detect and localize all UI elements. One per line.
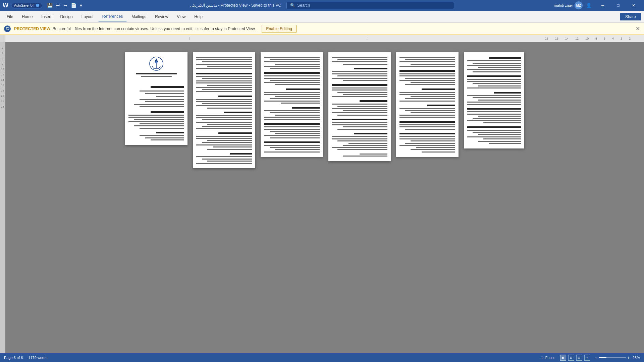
view-print-icon[interactable]: ▣: [560, 355, 566, 361]
document-page-3: [261, 52, 323, 157]
zoom-in-button[interactable]: +: [627, 355, 630, 360]
autosave-label: AutoSave: [14, 4, 29, 7]
status-right: ⊡ Focus ▣ ⊞ ▤ ≡ − + 28%: [540, 355, 640, 361]
close-button[interactable]: ✕: [626, 0, 641, 11]
search-input[interactable]: [297, 3, 450, 8]
document-page-4: [328, 52, 391, 161]
ruler-row: 18 16 14 12 10 8 6 4 2 2: [0, 35, 644, 42]
more-icon[interactable]: ▾: [80, 3, 82, 8]
zoom-controls: − + 28%: [595, 355, 640, 360]
ruler-scale: [5, 37, 545, 40]
document-page-2: [193, 52, 255, 168]
protected-close-button[interactable]: ✕: [636, 25, 640, 32]
minimize-button[interactable]: ─: [595, 0, 610, 11]
autosave-state: Off: [30, 4, 34, 7]
autosave-toggle[interactable]: AutoSave Off: [11, 3, 42, 8]
svg-line-5: [152, 66, 154, 68]
tab-references[interactable]: References: [98, 12, 127, 21]
left-margin-ruler: 2 4 6 8 10 12 14 16 18 20 22 24: [0, 42, 5, 353]
maximize-button[interactable]: □: [610, 0, 626, 11]
page1-content: [125, 81, 187, 145]
pages-area: [5, 42, 644, 353]
focus-label[interactable]: ⊡ Focus: [540, 356, 555, 360]
status-bar: Page 6 of 6 1179 words ⊡ Focus ▣ ⊞ ▤ ≡ −…: [0, 353, 644, 362]
redo-icon[interactable]: ↪: [63, 3, 67, 8]
view-icons: ▣ ⊞ ▤ ≡: [560, 355, 590, 361]
search-icon: 🔍: [290, 3, 295, 8]
document-page-1: [125, 52, 187, 145]
title-center: ماشین الکتریکی - Protected View - Saved …: [162, 2, 482, 9]
save-icon[interactable]: 💾: [47, 3, 53, 8]
page5-content: [396, 52, 459, 157]
view-outline-icon[interactable]: ≡: [584, 355, 590, 361]
svg-line-6: [159, 66, 160, 68]
tab-layout[interactable]: Layout: [77, 12, 98, 21]
protected-view-bar: 🛡 PROTECTED VIEW Be careful—files from t…: [0, 23, 644, 35]
tab-help[interactable]: Help: [190, 12, 207, 21]
autosave-dot: [36, 4, 39, 7]
zoom-slider[interactable]: [599, 357, 626, 358]
ruler-corner: [0, 35, 5, 42]
main-content-area: 2 4 6 8 10 12 14 16 18 20 22 24: [0, 42, 644, 353]
doc-title: ماشین الکتریکی - Protected View - Saved …: [190, 3, 281, 8]
page-info: Page 6 of 6: [4, 356, 23, 360]
zoom-out-button[interactable]: −: [595, 355, 598, 360]
title-right: mahdi ziaei MZ 👤 ─ □ ✕: [482, 0, 641, 11]
user-avatar[interactable]: MZ: [575, 1, 583, 9]
profile-icon[interactable]: 👤: [586, 3, 592, 8]
focus-icon: ⊡: [540, 356, 543, 360]
app-container: W AutoSave Off 💾 ↩ ↪ 📄 ▾ ماشین الکتریکی …: [0, 0, 644, 362]
protected-label: PROTECTED VIEW Be careful—files from the…: [14, 26, 256, 31]
tab-view[interactable]: View: [173, 12, 190, 21]
title-bar-left: W AutoSave Off 💾 ↩ ↪ 📄 ▾: [3, 2, 162, 9]
file-icon[interactable]: 📄: [71, 3, 76, 8]
enable-editing-button[interactable]: Enable Editing: [262, 25, 296, 33]
tab-review[interactable]: Review: [151, 12, 172, 21]
tab-home[interactable]: Home: [18, 12, 37, 21]
page1-header: [125, 52, 187, 81]
shield-icon: 🛡: [4, 25, 11, 32]
tab-design[interactable]: Design: [56, 12, 76, 21]
word-count: 1179 words: [28, 356, 47, 360]
tab-insert[interactable]: Insert: [37, 12, 55, 21]
user-name: mahdi ziaei: [554, 3, 573, 7]
view-read-icon[interactable]: ▤: [576, 355, 582, 361]
undo-icon[interactable]: ↩: [56, 3, 60, 8]
ribbon: File Home Insert Design Layout Reference…: [0, 11, 644, 23]
university-logo: [149, 56, 164, 71]
zoom-percent: 28%: [633, 356, 640, 360]
document-page-5: [396, 52, 459, 157]
word-logo-icon: W: [3, 2, 8, 9]
zoom-slider-fill: [599, 357, 606, 358]
view-web-icon[interactable]: ⊞: [568, 355, 574, 361]
share-button[interactable]: Share: [620, 13, 641, 20]
title-bar: W AutoSave Off 💾 ↩ ↪ 📄 ▾ ماشین الکتریکی …: [0, 0, 644, 11]
tab-mailings[interactable]: Mailings: [127, 12, 150, 21]
tab-file[interactable]: File: [3, 12, 17, 21]
document-page-6: [464, 52, 524, 148]
page4-content: [328, 52, 391, 161]
ruler-numbers: 18 16 14 12 10 8 6 4 2 2: [545, 37, 631, 40]
page1-title-area: [131, 73, 182, 79]
margin-numbers: 2 4 6 8 10 12 14 16 18 20 22 24: [1, 45, 4, 109]
page6-content: [464, 52, 524, 148]
title-bar-icons: 💾 ↩ ↪ 📄 ▾: [47, 3, 82, 8]
page2-content: [193, 52, 255, 168]
user-badge: mahdi ziaei MZ: [554, 1, 583, 9]
window-controls: ─ □ ✕: [595, 0, 641, 11]
page3-content: [261, 52, 323, 157]
search-box[interactable]: 🔍: [286, 2, 454, 9]
